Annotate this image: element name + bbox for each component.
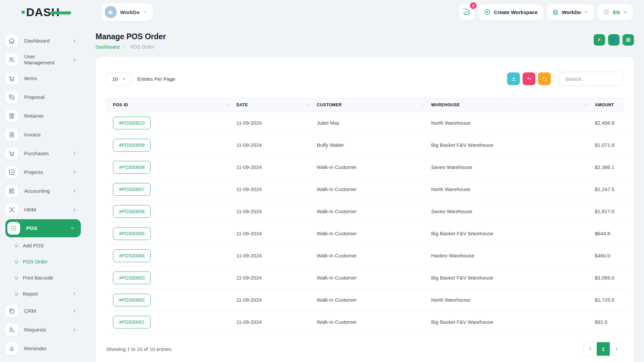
download-icon: [511, 76, 517, 82]
sidebar-subitem-add-pos[interactable]: Add POS: [5, 237, 86, 253]
column-header-warehouse[interactable]: WAREHOUSE↑↓: [427, 98, 591, 112]
breadcrumb-dashboard-link[interactable]: Dashboard: [96, 44, 119, 50]
date-cell: 11-09-2024: [232, 289, 313, 311]
sidebar-item-accounting[interactable]: Accounting: [5, 182, 86, 200]
messages-button[interactable]: 0: [459, 4, 475, 20]
amount-cell: $1,725.0: [591, 289, 625, 311]
user-scan-icon: [5, 203, 18, 216]
sidebar-subitem-pos-order[interactable]: POS Order: [5, 253, 86, 269]
sidebar-item-hrm[interactable]: HRM: [5, 200, 86, 219]
sidebar-item-pos[interactable]: POS: [5, 219, 81, 237]
pagination: 1: [583, 342, 623, 356]
bullet-icon: [15, 276, 18, 279]
warehouse-cell: Big Basket F&V Warehouse: [427, 223, 591, 245]
column-header-date[interactable]: DATE↑↓: [232, 98, 313, 112]
brand-logo[interactable]: DASH: [21, 6, 71, 19]
chevron-left-icon: [588, 347, 593, 351]
entries-per-page-label: Entries Per Page: [137, 76, 175, 82]
pos-id-badge[interactable]: #POS00003: [113, 272, 151, 284]
customer-cell: Walk-in Customer: [313, 178, 427, 200]
warehouse-cell: North Warehouse: [427, 112, 591, 134]
warehouse-cell: Saveo Warehouse: [427, 156, 591, 178]
bullet-icon: [15, 292, 18, 295]
chevron-right-icon: [72, 170, 77, 175]
pos-id-badge[interactable]: #POS00002: [113, 294, 151, 306]
sidebar-item-dashboard[interactable]: Dashboard: [5, 32, 86, 50]
column-header-amount[interactable]: AMOUNT: [591, 98, 625, 112]
bullet-icon: [15, 260, 18, 263]
next-page-button[interactable]: [610, 342, 623, 356]
sort-icon: ↑↓: [307, 103, 309, 107]
prev-page-button[interactable]: [584, 342, 597, 356]
sidebar-item-requests[interactable]: Requests: [5, 320, 86, 339]
refresh-button[interactable]: [538, 72, 551, 85]
grid-plus-icon: [552, 9, 559, 15]
pos-id-badge[interactable]: #POS00010: [113, 117, 151, 129]
table-row: #POS00006 11-09-2024 Walk-in Customer Sa…: [105, 200, 625, 223]
column-header-customer[interactable]: CUSTOMER↑↓: [313, 98, 427, 112]
date-cell: 11-09-2024: [232, 178, 313, 200]
pos-id-badge[interactable]: #POS00004: [113, 249, 151, 262]
date-cell: 11-09-2024: [232, 223, 313, 245]
main-content: Manage POS Order Dashboard POS Order: [86, 24, 644, 362]
workspace-selector[interactable]: WorkDo: [102, 3, 152, 21]
sidebar-item-purchases[interactable]: Purchases: [5, 144, 86, 163]
customer-cell: Juliet May: [313, 112, 427, 134]
undo-button[interactable]: [523, 72, 535, 85]
amount-cell: $1,247.5: [591, 178, 625, 200]
warehouse-cell: Big Basket F&V Warehouse: [427, 267, 591, 289]
customer-cell: Walk-in Customer: [313, 156, 427, 178]
onedrive-button[interactable]: [608, 34, 620, 46]
table-row: #POS00010 11-09-2024 Juliet May North Wa…: [105, 112, 625, 134]
amount-cell: $2,366.1: [591, 156, 625, 178]
topbar: DASH WorkDo 0 Create Workspace WorkDo: [0, 0, 644, 24]
sidebar-item-crm[interactable]: CRM: [5, 302, 86, 320]
sidebar-item-reminder[interactable]: Reminder: [5, 339, 86, 358]
entries-per-page-select[interactable]: 10: [106, 72, 132, 85]
export-button[interactable]: [507, 72, 520, 85]
sidebar-item-items[interactable]: Items: [5, 69, 86, 88]
sidebar-item-retainer[interactable]: Retainer: [5, 107, 86, 125]
create-workspace-button[interactable]: Create Workspace: [479, 4, 543, 20]
date-cell: 11-09-2024: [232, 267, 313, 289]
pos-id-badge[interactable]: #POS00007: [113, 183, 151, 196]
pos-id-badge[interactable]: #POS00006: [113, 205, 151, 218]
sort-icon: ↑↓: [421, 103, 423, 107]
sidebar-item-user-management[interactable]: User Management: [5, 50, 86, 69]
customer-cell: Walk-in Customer: [313, 311, 427, 333]
google-drive-icon: [597, 37, 602, 43]
pos-id-badge[interactable]: #POS00005: [113, 227, 151, 240]
pos-id-badge[interactable]: #POS00009: [113, 139, 151, 152]
google-drive-button[interactable]: [594, 34, 605, 46]
language-button[interactable]: EN: [598, 4, 633, 20]
floppy-disk-icon: [5, 110, 18, 122]
column-header-pos-id[interactable]: POS ID↑↓: [105, 98, 232, 112]
grid-view-button[interactable]: [623, 34, 634, 46]
warehouse-cell: Hasbro Warehouse: [427, 245, 591, 267]
customer-cell: Walk-in Customer: [313, 223, 427, 245]
date-cell: 11-09-2024: [232, 156, 313, 178]
warehouse-cell: Saveo Warehouse: [427, 200, 591, 223]
breadcrumb: Dashboard POS Order: [96, 44, 166, 50]
workdo-menu-button[interactable]: WorkDo: [547, 4, 594, 20]
sort-icon: ↑↓: [226, 103, 228, 107]
chevron-down-icon: [143, 10, 147, 14]
chevron-right-icon: [72, 207, 77, 212]
amount-cell: $2,458.8: [591, 112, 625, 134]
file-text-icon: [5, 128, 18, 141]
workdo-menu-label: WorkDo: [562, 9, 581, 15]
sidebar-item-proposal[interactable]: Proposal: [5, 88, 86, 107]
warehouse-cell: North Warehouse: [427, 178, 591, 200]
pos-id-badge[interactable]: #POS00008: [113, 161, 151, 174]
amount-cell: $644.8: [591, 223, 625, 245]
breadcrumb-current: POS Order: [130, 44, 154, 50]
sidebar-subitem-print-barcode[interactable]: Print Barcode: [5, 269, 86, 286]
sort-icon: ↑↓: [584, 103, 587, 107]
pos-id-badge[interactable]: #POS00001: [113, 316, 151, 328]
search-input[interactable]: [559, 72, 623, 86]
sidebar-item-invoice[interactable]: Invoice: [5, 125, 86, 144]
sidebar-item-projects[interactable]: Projects: [5, 163, 86, 182]
refresh-icon: [542, 76, 547, 82]
sidebar-subitem-report[interactable]: Report: [5, 286, 86, 302]
page-1-button[interactable]: 1: [597, 342, 610, 356]
